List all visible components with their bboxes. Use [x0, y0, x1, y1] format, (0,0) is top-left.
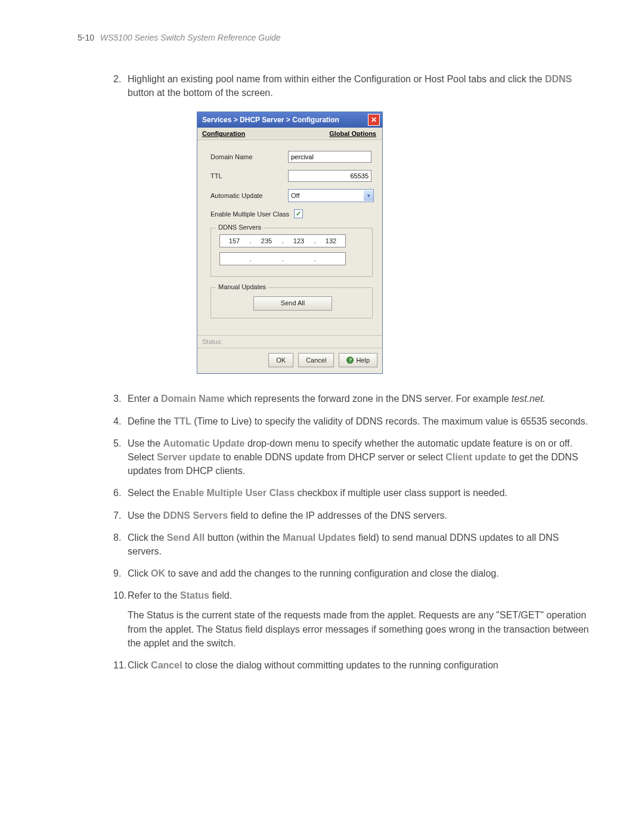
step-text: Click Cancel to close the dialog without… — [128, 658, 590, 672]
page-header: 5-10 WS5100 Series Switch System Referen… — [78, 33, 590, 42]
send-all-button[interactable]: Send All — [253, 296, 332, 311]
domain-name-label: Domain Name — [210, 153, 288, 160]
ip1-o1: 157 — [220, 237, 249, 244]
step-2: 2. Highlight an existing pool name from … — [113, 72, 590, 100]
step-number: 10. — [113, 589, 128, 650]
auto-update-label: Automatic Update — [210, 192, 288, 199]
ip1-o4: 132 — [317, 237, 345, 244]
step-5: 5. Use the Automatic Update drop-down me… — [113, 436, 590, 478]
auto-update-value: Off — [291, 192, 299, 199]
dialog-titlebar: Services > DHCP Server > Configuration ✕ — [197, 112, 382, 128]
configuration-dialog: Services > DHCP Server > Configuration ✕… — [197, 112, 383, 374]
ttl-label: TTL — [210, 172, 288, 179]
step-3: 3. Enter a Domain Name which represents … — [113, 392, 590, 405]
help-button[interactable]: ?Help — [339, 353, 377, 367]
step-text: Enter a Domain Name which represents the… — [128, 392, 590, 405]
dialog-body: Domain Name TTL Automatic Update Off ▾ — [197, 140, 382, 335]
step-text: Highlight an existing pool name from wit… — [128, 72, 590, 100]
status-label: Status: — [202, 338, 222, 345]
chevron-down-icon: ▾ — [364, 190, 373, 201]
ddns-ip-row-2[interactable]: . . . — [219, 252, 346, 265]
dialog-screenshot: Services > DHCP Server > Configuration ✕… — [197, 112, 590, 374]
ttl-row: TTL — [210, 170, 373, 182]
tab-configuration[interactable]: Configuration — [202, 130, 245, 137]
dialog-button-row: OK Cancel ?Help — [197, 348, 382, 373]
enable-multi-checkbox[interactable]: ✓ — [294, 209, 303, 218]
ddns-ip-row-1[interactable]: 157. 235. 123. 132 — [219, 234, 346, 247]
step-9: 9. Click OK to save and add the changes … — [113, 566, 590, 580]
close-icon[interactable]: ✕ — [368, 114, 380, 126]
step-number: 8. — [113, 531, 128, 558]
step-8: 8. Click the Send All button (within the… — [113, 531, 590, 558]
step-11: 11. Click Cancel to close the dialog wit… — [113, 658, 590, 672]
step-text: Refer to the Status field. The Status is… — [128, 589, 590, 650]
domain-name-input[interactable] — [288, 151, 371, 163]
enable-multi-label: Enable Multiple User Class — [210, 210, 289, 218]
step-text: Select the Enable Multiple User Class ch… — [128, 486, 590, 500]
step-text: Click OK to save and add the changes to … — [128, 566, 590, 580]
help-icon: ? — [346, 357, 354, 364]
dialog-title-text: Services > DHCP Server > Configuration — [202, 116, 339, 124]
step-7: 7. Use the DDNS Servers field to define … — [113, 509, 590, 522]
step-number: 5. — [113, 436, 128, 478]
status-line: Status: — [197, 335, 382, 348]
step-text: Use the DDNS Servers field to define the… — [128, 509, 590, 522]
step-number: 6. — [113, 486, 128, 500]
cancel-button[interactable]: Cancel — [298, 353, 334, 367]
step-10-sub: The Status is the current state of the r… — [128, 608, 590, 650]
enable-multi-row: Enable Multiple User Class ✓ — [210, 209, 373, 218]
page-number: 5-10 — [78, 33, 94, 42]
manual-updates-fieldset: Manual Updates Send All — [210, 287, 373, 318]
step-number: 2. — [113, 72, 128, 100]
ok-button[interactable]: OK — [268, 353, 293, 367]
step-number: 11. — [113, 658, 128, 672]
step-6: 6. Select the Enable Multiple User Class… — [113, 486, 590, 500]
tab-global-options[interactable]: Global Options — [329, 130, 376, 137]
auto-update-row: Automatic Update Off ▾ — [210, 189, 373, 202]
step-text: Use the Automatic Update drop-down menu … — [128, 436, 590, 478]
manual-updates-legend: Manual Updates — [216, 283, 268, 290]
tab-bar: Configuration Global Options — [197, 128, 382, 140]
auto-update-select[interactable]: Off ▾ — [288, 189, 374, 202]
step-number: 7. — [113, 509, 128, 522]
step-number: 3. — [113, 392, 128, 405]
step-10: 10. Refer to the Status field. The Statu… — [113, 589, 590, 650]
step-number: 9. — [113, 566, 128, 580]
page-content: 5-10 WS5100 Series Switch System Referen… — [0, 0, 644, 740]
step-text: Define the TTL (Time to Live) to specify… — [128, 414, 590, 428]
step-number: 4. — [113, 414, 128, 428]
step-4: 4. Define the TTL (Time to Live) to spec… — [113, 414, 590, 428]
ip1-o2: 235 — [252, 237, 281, 244]
step-text: Click the Send All button (within the Ma… — [128, 531, 590, 558]
ddns-servers-legend: DDNS Servers — [216, 224, 264, 231]
ip1-o3: 123 — [284, 237, 313, 244]
domain-name-row: Domain Name — [210, 151, 373, 163]
content-body: 2. Highlight an existing pool name from … — [113, 72, 590, 672]
book-title: WS5100 Series Switch System Reference Gu… — [100, 33, 281, 42]
ddns-servers-fieldset: DDNS Servers 157. 235. 123. 132 . . . — [210, 228, 373, 277]
ttl-input[interactable] — [288, 170, 371, 182]
